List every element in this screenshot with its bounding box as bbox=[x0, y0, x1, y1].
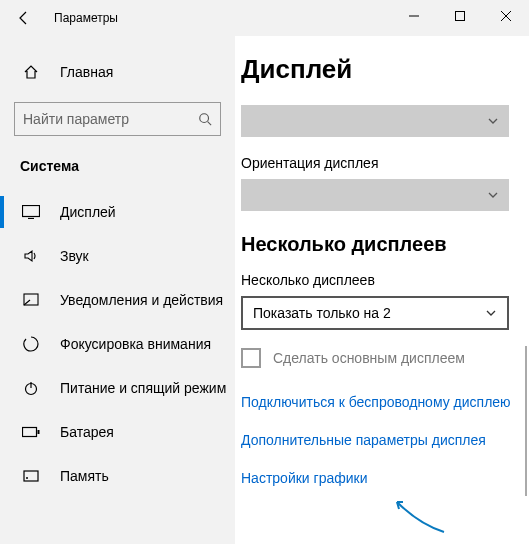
titlebar: Параметры bbox=[0, 0, 529, 36]
home-icon bbox=[20, 64, 42, 80]
sound-icon bbox=[20, 248, 42, 264]
focus-icon bbox=[20, 336, 42, 352]
orientation-label: Ориентация дисплея bbox=[241, 155, 519, 171]
search-input[interactable] bbox=[23, 111, 198, 127]
svg-line-9 bbox=[24, 300, 30, 305]
sidebar-item-sound[interactable]: Звук bbox=[0, 234, 235, 278]
svg-rect-14 bbox=[24, 471, 38, 481]
multi-displays-value: Показать только на 2 bbox=[253, 305, 391, 321]
sidebar-item-label: Память bbox=[60, 468, 109, 484]
page-title: Дисплей bbox=[241, 54, 519, 85]
close-icon bbox=[501, 11, 511, 21]
svg-rect-13 bbox=[38, 430, 40, 434]
make-main-row: Сделать основным дисплеем bbox=[241, 348, 519, 368]
sidebar-item-display[interactable]: Дисплей bbox=[0, 190, 235, 234]
display-icon bbox=[20, 205, 42, 219]
link-wireless-display[interactable]: Подключиться к беспроводному дисплею bbox=[241, 394, 519, 410]
sidebar-category: Система bbox=[0, 150, 235, 190]
close-button[interactable] bbox=[483, 0, 529, 32]
sidebar-item-label: Питание и спящий режим bbox=[60, 380, 226, 396]
battery-icon bbox=[20, 426, 42, 438]
scrollbar[interactable] bbox=[525, 346, 527, 496]
chevron-down-icon bbox=[487, 189, 499, 201]
sidebar-item-label: Фокусировка внимания bbox=[60, 336, 211, 352]
svg-rect-12 bbox=[23, 428, 37, 437]
sidebar-item-label: Батарея bbox=[60, 424, 114, 440]
maximize-button[interactable] bbox=[437, 0, 483, 32]
minimize-button[interactable] bbox=[391, 0, 437, 32]
resolution-dropdown[interactable] bbox=[241, 105, 509, 137]
multi-displays-select[interactable]: Показать только на 2 bbox=[241, 296, 509, 330]
window-controls bbox=[391, 0, 529, 32]
sidebar-home[interactable]: Главная bbox=[0, 50, 235, 94]
make-main-checkbox[interactable] bbox=[241, 348, 261, 368]
sidebar-item-storage[interactable]: Память bbox=[0, 454, 235, 498]
main-pane: Дисплей Ориентация дисплея Несколько дис… bbox=[235, 36, 529, 544]
sidebar-item-notifications[interactable]: Уведомления и действия bbox=[0, 278, 235, 322]
link-graphics-settings[interactable]: Настройки графики bbox=[241, 470, 519, 486]
sidebar-home-label: Главная bbox=[60, 64, 113, 80]
sidebar-item-label: Уведомления и действия bbox=[60, 292, 223, 308]
sidebar-item-focus[interactable]: Фокусировка внимания bbox=[0, 322, 235, 366]
annotation-arrow-icon bbox=[389, 494, 449, 534]
sidebar-item-power[interactable]: Питание и спящий режим bbox=[0, 366, 235, 410]
svg-point-15 bbox=[26, 477, 28, 479]
sidebar: Главная Система Дисплей Звук Уве bbox=[0, 36, 235, 544]
svg-rect-6 bbox=[23, 206, 40, 217]
multi-displays-heading: Несколько дисплеев bbox=[241, 233, 519, 256]
sidebar-item-label: Звук bbox=[60, 248, 89, 264]
svg-point-4 bbox=[200, 114, 209, 123]
back-button[interactable] bbox=[0, 0, 48, 36]
orientation-dropdown[interactable] bbox=[241, 179, 509, 211]
notifications-icon bbox=[20, 292, 42, 308]
chevron-down-icon bbox=[487, 115, 499, 127]
chevron-down-icon bbox=[485, 307, 497, 319]
window-title: Параметры bbox=[54, 11, 118, 25]
multi-displays-label: Несколько дисплеев bbox=[241, 272, 519, 288]
sidebar-item-battery[interactable]: Батарея bbox=[0, 410, 235, 454]
svg-rect-1 bbox=[456, 12, 465, 21]
power-icon bbox=[20, 380, 42, 396]
search-icon bbox=[198, 111, 212, 127]
make-main-label: Сделать основным дисплеем bbox=[273, 350, 465, 366]
maximize-icon bbox=[455, 11, 465, 21]
arrow-left-icon bbox=[16, 10, 32, 26]
sidebar-item-label: Дисплей bbox=[60, 204, 116, 220]
link-advanced-display[interactable]: Дополнительные параметры дисплея bbox=[241, 432, 519, 448]
svg-line-5 bbox=[208, 122, 212, 126]
minimize-icon bbox=[409, 11, 419, 21]
storage-icon bbox=[20, 468, 42, 484]
search-box[interactable] bbox=[14, 102, 221, 136]
